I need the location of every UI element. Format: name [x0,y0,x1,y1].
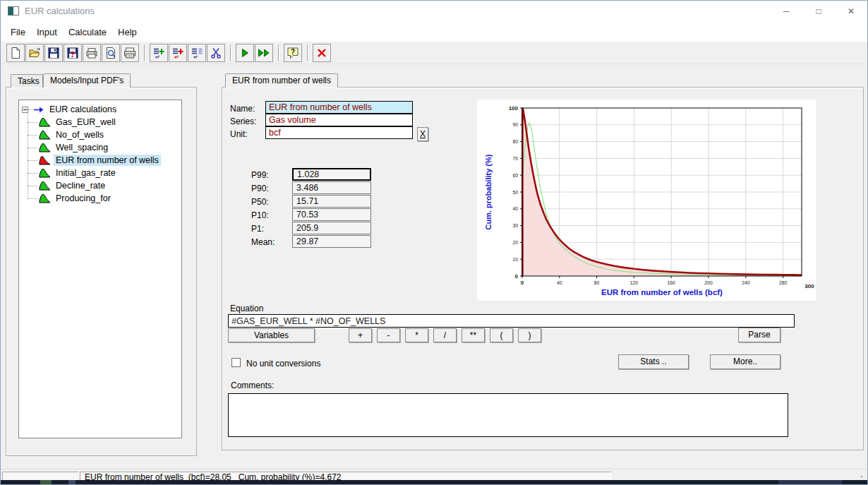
tab-models-input-pdfs[interactable]: Models/Input PDF's [43,73,131,88]
cut-button[interactable] [207,44,225,62]
arrow-right-icon [33,106,45,114]
run-all-button[interactable] [255,44,273,62]
menu-bar: File Input Calculate Help [1,22,867,42]
menu-file[interactable]: File [5,27,31,37]
tab-tasks[interactable]: Tasks [11,74,43,88]
p90-label: P90: [251,184,269,193]
operator-multiply-button[interactable]: * [405,328,428,342]
p90-value[interactable] [292,181,371,194]
operator-plus-button[interactable]: + [349,328,372,342]
tab-eur-from-number-of-wells[interactable]: EUR from number of wells [225,73,338,88]
tree-item-eur-from-number-of-wells[interactable]: EUR from number of wells [19,154,181,167]
svg-text:?: ? [71,48,76,59]
no-unit-conversions-label: No unit conversions [246,359,320,369]
unit-input[interactable] [265,126,413,139]
chart-canvas[interactable]: 0102030405060708090100040801201602002402… [477,100,816,301]
pdf-distribution-icon [39,168,51,178]
tree-item-decline-rate[interactable]: Decline_rate [19,179,181,192]
operator-divide-button[interactable]: / [433,328,457,342]
window-title: EUR calculations [25,1,95,22]
pdf-distribution-icon [39,181,51,191]
print-button[interactable] [83,44,101,62]
menu-calculate[interactable]: Calculate [63,27,112,37]
mean-label: Mean: [251,237,275,247]
menu-help[interactable]: Help [112,27,143,37]
variables-button[interactable]: Variables [228,328,315,342]
svg-text:280: 280 [779,280,788,285]
more-button[interactable]: More.. [710,354,780,369]
open-file-icon [28,47,41,59]
tab-models-label: Models/Input PDF's [50,76,123,85]
distribution-list-button[interactable] [188,44,206,62]
equation-input[interactable] [228,314,795,328]
new-document-button[interactable] [6,44,25,62]
tree-item-gas-eur-well[interactable]: Gas_EUR_well [19,116,181,128]
run-button[interactable] [236,44,254,62]
maximize-button[interactable]: □ [802,1,835,22]
minimize-button[interactable]: ─ [770,1,802,22]
close-icon: ✕ [848,6,855,16]
operator-close-paren-button[interactable]: ) [518,328,541,342]
svg-text:100: 100 [509,105,519,112]
svg-text:200: 200 [704,280,713,285]
svg-text:70: 70 [512,156,518,161]
print-icon [85,47,98,59]
svg-text:80: 80 [594,280,600,285]
unit-label: Unit: [230,129,248,139]
help-button[interactable]: ? [284,44,302,62]
open-file-button[interactable] [25,44,44,62]
save-as-icon: ? [66,47,79,59]
run-icon [239,47,251,59]
menu-input[interactable]: Input [31,27,63,37]
minimize-icon: ─ [783,6,790,16]
probability-chart[interactable]: 0102030405060708090100040801201602002402… [477,100,816,301]
delete-button[interactable] [313,44,331,62]
pdf-distribution-icon [39,130,51,140]
svg-text:20: 20 [512,240,518,245]
tree-item-no-of-wells[interactable]: No_of_wells [19,128,181,141]
svg-text:50: 50 [512,190,518,195]
cut-icon [210,47,222,59]
operator-open-paren-button[interactable]: ( [490,328,513,342]
tree-item-well-spacing[interactable]: Well_spacing [19,141,181,154]
operator-minus-button[interactable]: - [377,328,400,342]
tree-root-eur-calculations[interactable]: EUR calculations [19,103,181,116]
app-window: EUR calculations ─ □ ✕ File Input Calcul… [0,0,868,485]
right-tab-label: EUR from number of wells [232,76,331,85]
add-distribution-button[interactable] [150,44,168,62]
distribution-list-icon [191,47,203,59]
comments-label: Comments: [231,381,274,390]
p10-label: P10: [251,210,269,220]
unit-clear-button[interactable]: X [417,127,428,141]
p1-value[interactable] [292,222,371,234]
collapse-icon[interactable] [22,107,28,113]
print-preview-button[interactable] [102,44,120,62]
tree-item-initial-gas-rate[interactable]: Initial_gas_rate [19,167,181,179]
pdf-distribution-icon [39,193,51,203]
tree-item-label-selected: EUR from number of wells [54,155,161,166]
save-button[interactable] [44,44,63,62]
svg-text:120: 120 [630,280,639,285]
p99-value[interactable] [292,168,371,181]
mean-value[interactable] [292,235,371,248]
p10-value[interactable] [292,208,371,221]
tree-item-producing-for[interactable]: Producing_for [19,192,181,205]
svg-text:80: 80 [512,139,518,144]
p50-value[interactable] [292,195,371,208]
print-setup-button[interactable] [121,44,139,62]
save-as-button[interactable]: ? [64,44,82,62]
stats-button[interactable]: Stats .. [618,354,689,369]
parse-button[interactable]: Parse [738,328,780,342]
svg-text:160: 160 [668,280,676,285]
comments-textarea[interactable] [228,393,788,437]
operator-power-button[interactable]: ** [462,328,485,342]
series-label: Series: [230,116,256,126]
name-input[interactable] [265,101,413,114]
model-tree[interactable]: EUR calculations Gas_EUR_well No_of_well… [18,100,182,438]
close-button[interactable]: ✕ [835,1,867,22]
toolbar-separator [144,44,145,61]
series-input[interactable] [265,114,413,126]
svg-text:40: 40 [512,206,518,211]
no-unit-conversions-checkbox[interactable] [231,358,241,367]
add-distribution-alt-button[interactable] [169,44,187,62]
